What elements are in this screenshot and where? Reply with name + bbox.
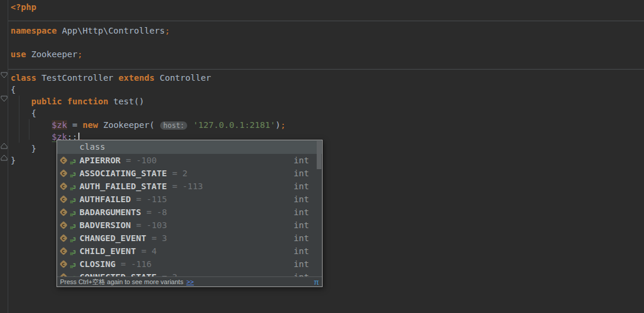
visibility-icon	[69, 261, 76, 268]
hint-text: Press Ctrl+空格 again to see more variants	[60, 278, 183, 286]
visibility-icon	[69, 248, 76, 255]
constant-value: = -116	[121, 259, 151, 269]
code-line[interactable]	[11, 13, 286, 25]
constant-name: CONNECTED_STATE	[79, 272, 157, 276]
constant-value: = 3	[152, 233, 167, 243]
completion-item[interactable]: cBADVERSION= -103int	[57, 219, 322, 232]
completion-popup: class cAPIERROR= -100intcASSOCIATING_STA…	[57, 140, 323, 287]
fold-expanded-icon[interactable]	[1, 72, 8, 78]
constant-icon: c	[59, 156, 68, 164]
constant-type: int	[294, 195, 309, 204]
constant-name: ASSOCIATING_STATE	[79, 169, 167, 178]
constant-name: CLOSING	[79, 259, 115, 269]
visibility-icon	[69, 157, 76, 164]
fold-expanded-icon[interactable]	[1, 95, 8, 102]
constant-value: = 4	[141, 246, 157, 256]
constant-type: int	[294, 246, 309, 256]
completion-item[interactable]: cAUTHFAILED= -115int	[57, 193, 322, 206]
constant-icon: c	[59, 195, 68, 203]
editor-gutter[interactable]	[0, 0, 8, 313]
constant-value: = -115	[136, 195, 167, 204]
constant-icon: c	[59, 260, 68, 268]
constant-type: int	[294, 259, 309, 269]
constant-icon: c	[59, 169, 68, 177]
constant-type: int	[294, 233, 309, 243]
code-line[interactable]: {	[11, 107, 286, 119]
constant-value: = -113	[172, 182, 203, 191]
constant-value: = 3	[162, 272, 177, 276]
popup-scrollbar-thumb[interactable]	[317, 141, 321, 169]
constant-name: BADVERSION	[79, 220, 131, 230]
visibility-icon	[69, 209, 76, 216]
constant-type: int	[294, 272, 309, 276]
visibility-icon	[69, 235, 76, 242]
visibility-icon	[69, 222, 76, 229]
completion-item[interactable]: cAUTH_FAILED_STATE= -113int	[57, 180, 322, 193]
constant-icon: c	[59, 182, 68, 190]
constant-type: int	[294, 220, 309, 230]
constant-value: = -103	[136, 220, 167, 230]
completion-item[interactable]: cASSOCIATING_STATE= 2int	[57, 167, 322, 180]
code-line[interactable]: {	[11, 84, 286, 95]
code-line[interactable]: namespace App\Http\Controllers;	[11, 25, 286, 37]
code-line[interactable]: use Zookeeper;	[11, 48, 286, 60]
constant-value: = -100	[126, 156, 157, 165]
fold-end-icon[interactable]	[1, 143, 8, 149]
visibility-icon	[69, 196, 76, 203]
code-line[interactable]: <?php	[11, 1, 286, 13]
completion-item[interactable]: cAPIERROR= -100int	[57, 154, 322, 167]
completion-item[interactable]: cBADARGUMENTS= -8int	[57, 206, 322, 219]
code-line[interactable]: $zk = new Zookeeper( host: '127.0.0.1:21…	[11, 119, 286, 131]
constant-name: AUTH_FAILED_STATE	[79, 182, 167, 191]
completion-item[interactable]: cCHANGED_EVENT= 3int	[57, 232, 322, 245]
completion-list[interactable]: class cAPIERROR= -100intcASSOCIATING_STA…	[57, 140, 322, 276]
constant-type: int	[294, 207, 309, 217]
code-line[interactable]	[11, 60, 286, 72]
constant-type: int	[294, 169, 309, 178]
completion-item[interactable]: cCHILD_EVENT= 4int	[57, 245, 322, 258]
param-hint-pill: host:	[160, 121, 187, 130]
constant-name: APIERROR	[79, 156, 121, 165]
editor-surface[interactable]: <?phpnamespace App\Http\Controllers;use …	[0, 0, 644, 313]
completion-item[interactable]: cCLOSING= -116int	[57, 258, 322, 271]
completion-item-selected[interactable]: class	[57, 140, 322, 154]
constant-icon: c	[59, 234, 68, 242]
constant-name: AUTHFAILED	[79, 195, 131, 204]
constant-value: = -8	[147, 207, 167, 217]
code-line[interactable]	[11, 37, 286, 48]
code-line[interactable]: public function test()	[11, 95, 286, 107]
constant-name: CHANGED_EVENT	[79, 233, 147, 243]
code-line[interactable]: class TestController extends Controller	[11, 72, 286, 84]
pi-icon: π	[314, 278, 319, 286]
constant-value: = 2	[172, 169, 187, 178]
constant-name: CHILD_EVENT	[79, 246, 136, 256]
constant-type: int	[294, 156, 309, 165]
fold-end-icon[interactable]	[1, 154, 8, 161]
constant-icon: c	[59, 221, 68, 229]
completion-item[interactable]: cCONNECTED_STATE= 3int	[57, 271, 322, 276]
constant-icon: c	[59, 208, 68, 216]
constant-name: BADARGUMENTS	[79, 207, 141, 217]
more-variants-link[interactable]: >>	[186, 278, 194, 285]
completion-hint-bar: Press Ctrl+空格 again to see more variants…	[57, 276, 322, 286]
visibility-icon	[69, 170, 76, 177]
visibility-icon	[69, 183, 76, 190]
constant-type: int	[294, 182, 309, 191]
constant-icon: c	[59, 247, 68, 255]
